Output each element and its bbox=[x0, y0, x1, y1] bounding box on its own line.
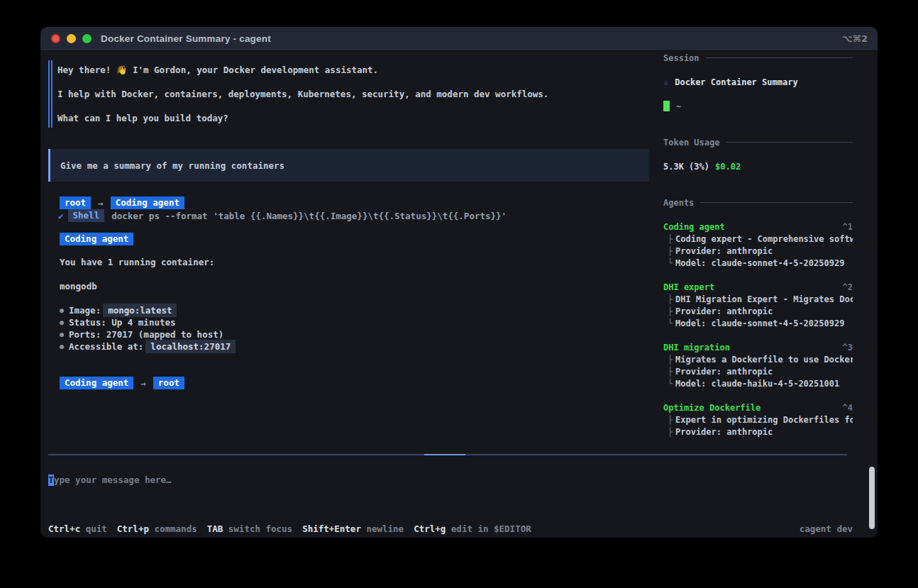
agent-description: Coding expert - Comprehensive softw… bbox=[675, 234, 853, 244]
section-title: Agents bbox=[663, 198, 694, 208]
bullet-icon: ● bbox=[60, 316, 69, 328]
hint-switch-focus: TAB switch focus bbox=[207, 523, 292, 534]
section-title: Token Usage bbox=[663, 138, 719, 148]
agent-description: Expert in optimizing Dockerfiles fo… bbox=[675, 415, 853, 425]
session-list-item[interactable]: ☆ Docker Container Summary bbox=[663, 76, 853, 88]
message-input[interactable]: Type your message here… bbox=[48, 474, 172, 486]
agent-name: Coding agent bbox=[663, 222, 725, 232]
tree-branch-icon: ├ bbox=[668, 355, 675, 365]
working-directory-row: ~ bbox=[663, 100, 853, 112]
bullet-icon: ● bbox=[60, 340, 69, 353]
shell-command-row: ✔ Shell docker ps --format 'table {{.Nam… bbox=[58, 209, 663, 222]
section-rule bbox=[706, 57, 853, 58]
assistant-response: You have 1 running container: mongodb ● … bbox=[60, 256, 663, 353]
container-detail-list: ● Image: mongo:latest ● Status: Up 4 min… bbox=[60, 304, 663, 353]
agent-item-dhi-migration[interactable]: DHI migration ^3 ├Migrates a Dockerfile … bbox=[663, 341, 853, 389]
bullet-text: Image: bbox=[69, 304, 101, 316]
window-shortcut-hint: ⌥⌘2 bbox=[842, 33, 868, 44]
container-name: mongodb bbox=[60, 280, 663, 292]
token-count: 5.3K (3%) bbox=[663, 162, 709, 172]
arrow-right-icon: → bbox=[98, 198, 104, 209]
close-button[interactable] bbox=[51, 34, 60, 43]
star-icon: ☆ bbox=[663, 77, 668, 87]
list-item: ● Accessible at: localhost:27017 bbox=[60, 340, 663, 353]
tree-branch-icon: ├ bbox=[668, 306, 675, 316]
list-item: ● Image: mongo:latest bbox=[60, 304, 663, 316]
intro-line: I help with Docker, containers, deployme… bbox=[57, 88, 663, 100]
agent-hotkey: ^1 bbox=[843, 222, 853, 232]
app-window: Docker Container Summary - cagent ⌥⌘2 He… bbox=[40, 27, 878, 538]
agent-badge-root: root bbox=[153, 377, 184, 389]
agent-name: Optimize Dockerfile bbox=[663, 403, 761, 413]
tree-branch-icon: ├ bbox=[668, 234, 675, 244]
section-rule bbox=[700, 202, 853, 203]
session-title: Docker Container Summary bbox=[675, 77, 797, 87]
token-usage-value: 5.3K (3%) $0.02 bbox=[663, 160, 853, 172]
agent-transfer-row: root → Coding agent bbox=[60, 196, 663, 209]
chat-column: Hey there! 👋 I'm Gordon, your Docker dev… bbox=[40, 52, 663, 389]
bullet-icon: ● bbox=[60, 304, 69, 316]
summary-line: You have 1 running container: bbox=[60, 256, 663, 268]
responding-agent-row: Coding agent bbox=[60, 233, 663, 245]
bullet-text: Status: Up 4 minutes bbox=[69, 316, 176, 328]
agent-badge-coding-agent: Coding agent bbox=[60, 233, 133, 245]
sidebar: Session ☆ Docker Container Summary ~ Tok… bbox=[663, 52, 853, 438]
text-cursor: T bbox=[48, 475, 54, 486]
shell-tool-badge: Shell bbox=[68, 209, 105, 222]
input-placeholder: ype your message here… bbox=[54, 475, 172, 485]
scrollbar-thumb[interactable] bbox=[869, 467, 875, 529]
agent-item-coding-agent[interactable]: Coding agent ^1 ├Coding expert - Compreh… bbox=[663, 221, 853, 269]
agent-item-dhi-expert[interactable]: DHI expert ^2 ├DHI Migration Expert - Mi… bbox=[663, 281, 853, 329]
intro-line: Hey there! 👋 I'm Gordon, your Docker dev… bbox=[57, 64, 663, 76]
divider-highlight bbox=[424, 454, 465, 455]
token-usage-section-header: Token Usage bbox=[663, 136, 853, 148]
arrow-right-icon: → bbox=[140, 378, 146, 389]
agent-provider: Provider: anthropic bbox=[675, 246, 773, 256]
agent-description: Migrates a Dockerfile to use Docker… bbox=[675, 355, 853, 365]
bullet-text: Ports: 27017 (mapped to host) bbox=[69, 328, 223, 340]
agent-hotkey: ^2 bbox=[843, 282, 853, 292]
inline-code: mongo:latest bbox=[103, 304, 177, 317]
section-rule bbox=[726, 142, 853, 143]
user-message-text: Give me a summary of my running containe… bbox=[60, 160, 284, 171]
cursor-block bbox=[663, 101, 670, 111]
tree-last-icon: └ bbox=[668, 258, 675, 268]
agent-badge-coding-agent: Coding agent bbox=[60, 377, 133, 389]
minimize-button[interactable] bbox=[67, 34, 76, 43]
agent-hotkey: ^3 bbox=[843, 343, 853, 353]
app-version-label: cagent dev bbox=[800, 523, 853, 534]
main-area: Hey there! 👋 I'm Gordon, your Docker dev… bbox=[40, 52, 878, 538]
inline-code: localhost:27017 bbox=[145, 340, 236, 353]
user-message: Give me a summary of my running containe… bbox=[48, 149, 649, 182]
hint-commands: Ctrl+p commands bbox=[117, 523, 197, 534]
agent-badge-coding-agent: Coding agent bbox=[111, 196, 184, 209]
hint-quit: Ctrl+c quit bbox=[48, 523, 107, 534]
tool-call-block: root → Coding agent ✔ Shell docker ps --… bbox=[58, 196, 663, 222]
agent-provider: Provider: anthropic bbox=[675, 427, 773, 437]
hint-edit-editor: Ctrl+g edit in $EDITOR bbox=[414, 523, 531, 534]
bullet-text: Accessible at: bbox=[69, 340, 143, 353]
bullet-icon: ● bbox=[60, 328, 69, 340]
agent-provider: Provider: anthropic bbox=[675, 306, 773, 316]
agent-provider: Provider: anthropic bbox=[675, 367, 773, 377]
tree-last-icon: └ bbox=[668, 318, 675, 328]
tree-branch-icon: ├ bbox=[668, 294, 675, 304]
agent-badge-root: root bbox=[60, 196, 91, 209]
agent-item-optimize-dockerfile[interactable]: Optimize Dockerfile ^4 ├Expert in optimi… bbox=[663, 401, 853, 438]
status-bar: Ctrl+c quit Ctrl+p commands TAB switch f… bbox=[48, 523, 853, 535]
agent-hotkey: ^4 bbox=[843, 403, 853, 413]
agents-section-header: Agents bbox=[663, 196, 853, 209]
list-item: ● Ports: 27017 (mapped to host) bbox=[60, 328, 663, 340]
traffic-lights bbox=[51, 34, 92, 43]
tree-branch-icon: ├ bbox=[668, 246, 675, 256]
token-cost: $0.02 bbox=[715, 162, 741, 172]
tree-last-icon: └ bbox=[668, 379, 675, 389]
zoom-button[interactable] bbox=[82, 34, 92, 43]
section-title: Session bbox=[663, 53, 699, 63]
input-divider bbox=[48, 454, 847, 455]
shell-command-text: docker ps --format 'table {{.Names}}\t{{… bbox=[111, 211, 507, 221]
agent-model: Model: claude-sonnet-4-5-20250929 bbox=[675, 318, 844, 328]
window-title: Docker Container Summary - cagent bbox=[101, 33, 271, 44]
agent-model: Model: claude-sonnet-4-5-20250929 bbox=[675, 258, 844, 268]
tree-branch-icon: ├ bbox=[668, 415, 675, 425]
